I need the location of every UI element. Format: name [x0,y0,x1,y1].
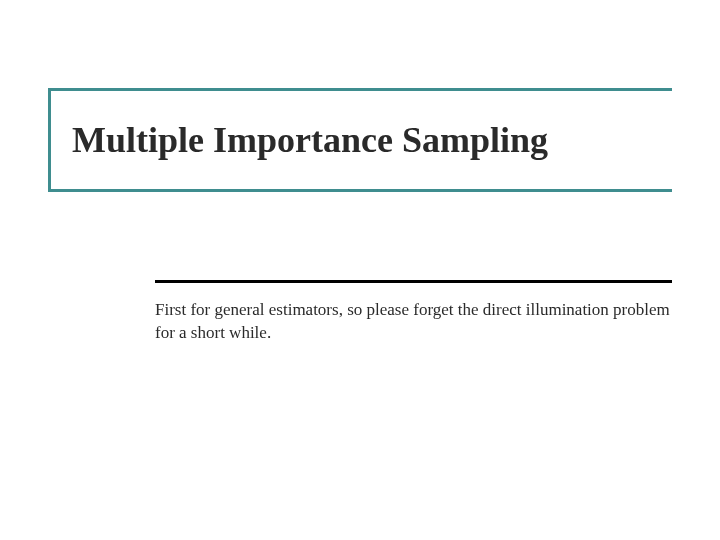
slide-container: Multiple Importance Sampling First for g… [0,0,720,540]
slide-subtitle: First for general estimators, so please … [155,299,672,345]
title-box: Multiple Importance Sampling [48,88,672,192]
subtitle-box: First for general estimators, so please … [155,280,672,345]
slide-title: Multiple Importance Sampling [72,119,648,161]
